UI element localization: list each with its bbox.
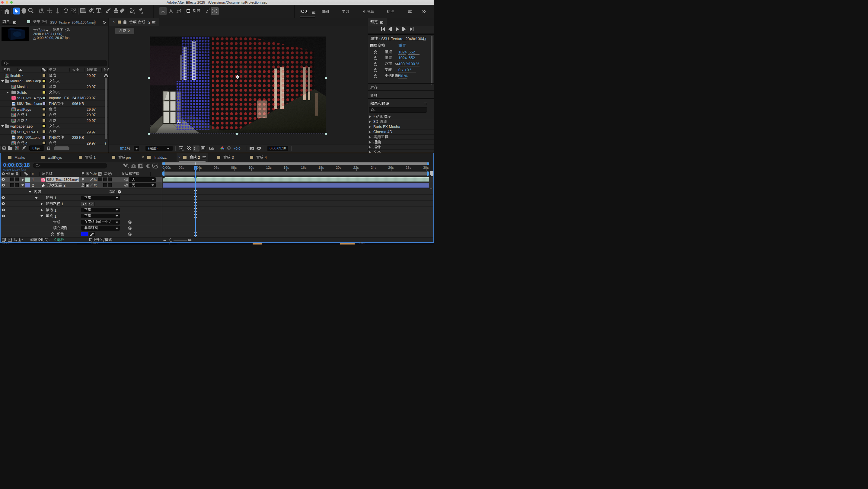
svg-text:PNG: PNG bbox=[13, 104, 14, 105]
svg-text:PNG: PNG bbox=[13, 138, 14, 140]
